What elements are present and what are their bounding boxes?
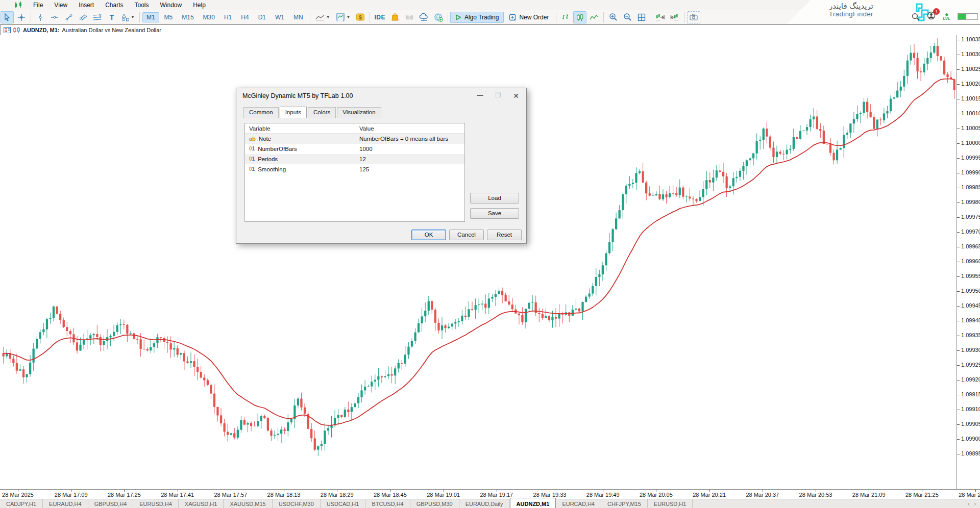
timeframe-button-m5[interactable]: M5 xyxy=(160,12,177,22)
chart-tab-eurusd-h4[interactable]: EURUSD,H4 xyxy=(133,499,179,508)
chart-tab-eurusd-h1[interactable]: EURUSD,H1 xyxy=(648,499,693,508)
dialog-restore-button[interactable]: ❐ xyxy=(496,92,501,100)
chart-tab-gbpusd-h4[interactable]: GBPUSD,H4 xyxy=(88,499,134,508)
algo-trading-button[interactable]: Algo Trading xyxy=(450,12,504,23)
toolbar-separator xyxy=(370,12,370,22)
titlebar-icon-row: 1 ◈LVL xyxy=(912,11,978,22)
market-button[interactable] xyxy=(388,11,402,23)
chart-tab-btcusd-h4[interactable]: BTCUSD,H4 xyxy=(365,499,410,508)
timeframe-button-mn[interactable]: MN xyxy=(289,12,307,22)
line-chart-mode-button[interactable] xyxy=(587,11,601,23)
signals-button[interactable]: ((o)) xyxy=(403,11,416,23)
search-icon[interactable] xyxy=(912,13,920,21)
input-row-smoothing[interactable]: 01Smoothing125 xyxy=(245,164,464,174)
screenshot-button[interactable] xyxy=(687,11,700,23)
time-axis[interactable]: 28 Mar 202528 Mar 17:0928 Mar 17:2528 Ma… xyxy=(0,489,980,499)
chart-tab-usdcad-h1[interactable]: USDCAD,H1 xyxy=(321,499,366,508)
chart-tab-xauusd-m15[interactable]: XAUUSD,M15 xyxy=(224,499,272,508)
depth-of-market-icon[interactable] xyxy=(4,27,11,33)
price-axis-label: 1.09930 xyxy=(961,347,980,353)
menu-item-file[interactable]: File xyxy=(28,1,48,10)
price-axis-label: 1.10010 xyxy=(961,110,980,116)
lvl-indicator[interactable]: ◈LVL xyxy=(943,13,950,21)
value-column-header[interactable]: Value xyxy=(355,123,464,133)
input-row-note[interactable]: abNoteNumberOfBars = 0 means all bars xyxy=(245,134,464,144)
equidistant-lines-tool-button[interactable] xyxy=(91,11,104,23)
menu-item-window[interactable]: Window xyxy=(155,1,188,10)
candlestick-mode-button[interactable] xyxy=(573,11,586,23)
input-row-numberofbars[interactable]: 01NumberOfBars1000 xyxy=(245,144,464,154)
profile-button[interactable]: 1 xyxy=(927,11,936,22)
menu-item-insert[interactable]: Insert xyxy=(73,1,100,10)
bar-chart-mode-button[interactable] xyxy=(559,11,572,23)
new-order-button[interactable]: New Order xyxy=(504,12,554,23)
menu-item-help[interactable]: Help xyxy=(187,1,211,10)
price-axis[interactable]: 1.100351.100301.100251.100201.100151.100… xyxy=(957,35,980,489)
trendline-tool-button[interactable] xyxy=(62,11,76,23)
number-type-icon: 01 xyxy=(249,144,255,154)
price-axis-label: 1.09895 xyxy=(961,450,980,456)
menu-item-view[interactable]: View xyxy=(48,1,73,10)
chart-tab-euraud-h4[interactable]: EURAUD,H4 xyxy=(43,499,88,508)
cloud-button[interactable] xyxy=(417,11,431,23)
ide-button[interactable]: IDE xyxy=(373,11,388,23)
variable-value[interactable]: 1000 xyxy=(355,144,464,154)
ok-button[interactable]: OK xyxy=(411,230,446,240)
vertical-line-tool-button[interactable] xyxy=(34,11,47,23)
dialog-title-bar[interactable]: McGinley Dynamic MT5 by TFLab 1.00 — ❐ ✕ xyxy=(236,88,526,104)
currency-pairs-button[interactable]: $ xyxy=(354,11,367,23)
load-button[interactable]: Load xyxy=(470,193,519,204)
cursor-tool-button[interactable] xyxy=(1,11,14,23)
crosshair-tool-button[interactable] xyxy=(15,11,28,23)
indicators-dropdown-caret: ▼ xyxy=(326,15,330,19)
variable-value[interactable]: NumberOfBars = 0 means all bars xyxy=(355,134,464,144)
menu-item-tools[interactable]: Tools xyxy=(129,1,155,10)
dialog-minimize-button[interactable]: — xyxy=(477,92,483,100)
chart-tab-eurcad-h4[interactable]: EURCAD,H4 xyxy=(556,499,601,508)
dialog-tab-inputs[interactable]: Inputs xyxy=(280,107,307,118)
dialog-close-button[interactable]: ✕ xyxy=(513,92,519,100)
reset-button[interactable]: Reset xyxy=(487,230,522,240)
chart-symbol-icon[interactable] xyxy=(13,27,20,33)
dialog-tab-visualization[interactable]: Visualization xyxy=(337,107,381,118)
cancel-button[interactable]: Cancel xyxy=(449,230,484,240)
tabs-scroll-right[interactable]: › xyxy=(974,500,976,507)
timeframe-button-m15[interactable]: M15 xyxy=(178,12,198,22)
auto-shift-button[interactable] xyxy=(668,11,681,23)
chart-tab-cadjpy-h1[interactable]: CADJPY,H1 xyxy=(0,499,43,508)
dialog-resize-grip[interactable] xyxy=(520,237,525,242)
zoom-out-button[interactable] xyxy=(621,11,634,23)
community-button[interactable] xyxy=(432,11,445,23)
channel-tool-button[interactable] xyxy=(77,11,90,23)
chart-tab-xagusd-h1[interactable]: XAGUSD,H1 xyxy=(179,499,224,508)
chart-tab-audnzd-m1[interactable]: AUDNZD,M1 xyxy=(510,498,556,508)
menu-item-charts[interactable]: Charts xyxy=(100,1,129,10)
chart-tab-gbpusd-m30[interactable]: GBPUSD,M30 xyxy=(410,499,459,508)
timeframe-button-w1[interactable]: W1 xyxy=(271,12,288,22)
save-button[interactable]: Save xyxy=(470,208,519,219)
timeframe-button-m30[interactable]: M30 xyxy=(199,12,219,22)
timeframe-button-h4[interactable]: H4 xyxy=(237,12,253,22)
input-row-periods[interactable]: 01Periods12 xyxy=(245,154,464,164)
dialog-tab-colors[interactable]: Colors xyxy=(308,107,336,118)
timeframe-button-m1[interactable]: M1 xyxy=(142,12,159,22)
variable-value[interactable]: 125 xyxy=(355,164,464,174)
chart-tab-euraud-daily[interactable]: EURAUD,Daily xyxy=(459,499,510,508)
indicators-button[interactable]: ▼ xyxy=(313,11,332,23)
tabs-scroll-left[interactable]: ‹ xyxy=(968,500,970,507)
shift-end-button[interactable] xyxy=(654,11,667,23)
toolbar-separator xyxy=(310,12,310,22)
chart-tab-usdchf-m30[interactable]: USDCHF,M30 xyxy=(273,499,321,508)
horizontal-line-tool-button[interactable] xyxy=(48,11,61,23)
timeframe-button-d1[interactable]: D1 xyxy=(254,12,270,22)
dialog-tab-common[interactable]: Common xyxy=(243,107,279,118)
text-tool-button[interactable]: T xyxy=(105,11,118,23)
objects-button[interactable]: ▼ xyxy=(333,11,353,23)
tile-windows-button[interactable] xyxy=(635,11,648,23)
zoom-in-button[interactable] xyxy=(606,11,620,23)
chart-tab-chfjpy-m15[interactable]: CHFJPY,M15 xyxy=(601,499,648,508)
timeframe-button-h1[interactable]: H1 xyxy=(220,12,236,22)
variable-column-header[interactable]: Variable xyxy=(245,123,355,133)
shapes-tool-button[interactable]: ▼ xyxy=(119,11,137,23)
variable-value[interactable]: 12 xyxy=(355,154,464,164)
